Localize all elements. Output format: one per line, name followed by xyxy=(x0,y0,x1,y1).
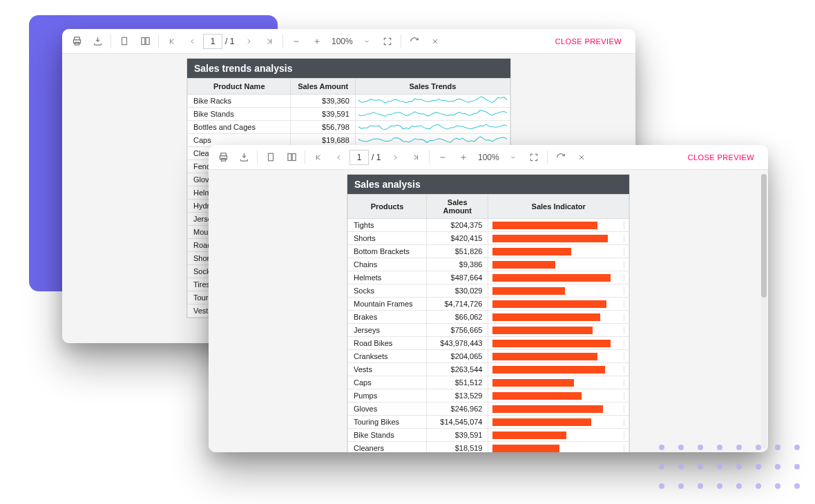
cell-sparkline xyxy=(355,121,510,134)
cell-product: Road Bikes xyxy=(348,337,427,350)
print-icon[interactable] xyxy=(213,147,233,168)
cell-amount: $43,978,443 xyxy=(426,337,488,350)
table-row: Tights$204,375 xyxy=(348,219,629,232)
zoom-in-icon[interactable] xyxy=(453,147,474,168)
close-preview-button[interactable]: CLOSE PREVIEW xyxy=(546,37,631,46)
table-row: Shorts$420,415 xyxy=(348,232,629,245)
page-total-label: / 1 xyxy=(372,153,381,162)
export-icon[interactable] xyxy=(233,147,254,168)
col-header-amount: Sales Amount xyxy=(426,195,488,219)
cell-product: Tights xyxy=(348,219,427,232)
cell-amount: $39,591 xyxy=(291,108,355,121)
table-row: Cranksets$204,065 xyxy=(348,350,629,363)
cell-amount: $51,512 xyxy=(426,376,488,389)
svg-rect-5 xyxy=(146,38,149,45)
page-number-input[interactable] xyxy=(349,150,369,165)
cell-product: Shorts xyxy=(348,232,427,245)
table-row: Cleaners$18,519 xyxy=(348,442,629,453)
cell-indicator-bar xyxy=(488,219,629,232)
svg-rect-3 xyxy=(122,37,127,45)
cell-product: Bike Racks xyxy=(188,95,291,108)
prev-page-icon[interactable] xyxy=(329,147,349,168)
next-page-icon[interactable] xyxy=(385,147,405,168)
table-row: Bike Stands$39,591 xyxy=(348,429,629,442)
table-row: Jerseys$756,665 xyxy=(348,324,629,337)
table-row: Vests$263,544 xyxy=(348,363,629,376)
table-row: Chains$9,386 xyxy=(348,258,629,271)
multi-page-icon[interactable] xyxy=(135,31,155,52)
scrollbar-thumb[interactable] xyxy=(761,174,767,298)
cell-sparkline xyxy=(355,108,510,121)
zoom-out-icon[interactable] xyxy=(432,147,453,168)
table-row: Bike Racks$39,360 xyxy=(188,95,510,108)
report-viewport: Sales analysis Products Sales Amount Sal… xyxy=(209,170,768,452)
zoom-value: 100% xyxy=(474,153,503,162)
cancel-icon[interactable] xyxy=(425,31,445,52)
page-number-input[interactable] xyxy=(203,34,222,49)
cell-indicator-bar xyxy=(488,337,629,350)
print-icon[interactable] xyxy=(66,31,87,52)
refresh-icon[interactable] xyxy=(404,31,425,52)
toolbar: / 1 100% CLOSE PREVIEW xyxy=(209,145,768,170)
cell-product: Helmets xyxy=(348,271,427,284)
single-page-icon[interactable] xyxy=(260,147,281,168)
cell-product: Gloves xyxy=(348,403,427,416)
col-header-amount: Sales Amount xyxy=(291,79,355,95)
last-page-icon[interactable] xyxy=(259,31,280,52)
table-row: Helmets$487,664 xyxy=(348,271,629,284)
close-preview-button[interactable]: CLOSE PREVIEW xyxy=(678,153,764,162)
page-total-label: / 1 xyxy=(225,37,234,46)
last-page-icon[interactable] xyxy=(405,147,426,168)
zoom-in-icon[interactable] xyxy=(307,31,327,52)
cell-indicator-bar xyxy=(488,429,629,442)
col-header-indicator: Sales Indicator xyxy=(488,195,629,219)
cell-product: Cranksets xyxy=(348,350,427,363)
fullscreen-icon[interactable] xyxy=(377,31,398,52)
cell-indicator-bar xyxy=(488,442,629,453)
first-page-icon[interactable] xyxy=(308,147,329,168)
cell-indicator-bar xyxy=(488,363,629,376)
cell-amount: $204,375 xyxy=(426,219,488,232)
cell-indicator-bar xyxy=(488,284,629,298)
next-page-icon[interactable] xyxy=(238,31,259,52)
table-row: Gloves$246,962 xyxy=(348,403,629,416)
cell-product: Chains xyxy=(348,258,427,271)
report-sales-analysis: Sales analysis Products Sales Amount Sal… xyxy=(347,174,630,452)
cell-amount: $66,062 xyxy=(426,311,488,324)
multi-page-icon[interactable] xyxy=(281,147,302,168)
zoom-dropdown-icon[interactable] xyxy=(503,147,524,168)
table-row: Mountain Frames$4,714,726 xyxy=(348,298,629,311)
refresh-icon[interactable] xyxy=(550,147,571,168)
cell-indicator-bar xyxy=(488,416,629,429)
zoom-dropdown-icon[interactable] xyxy=(356,31,377,52)
preview-window-2: / 1 100% CLOSE PREVIEW Sales analysis Pr… xyxy=(209,145,768,452)
cell-indicator-bar xyxy=(488,245,629,258)
decorative-dots xyxy=(659,445,801,490)
cell-product: Jerseys xyxy=(348,324,427,337)
cell-product: Vests xyxy=(348,363,427,376)
single-page-icon[interactable] xyxy=(114,31,135,52)
col-header-product: Product Name xyxy=(188,79,291,95)
cell-product: Pumps xyxy=(348,389,427,403)
first-page-icon[interactable] xyxy=(162,31,182,52)
table-row: Road Bikes$43,978,443 xyxy=(348,337,629,350)
prev-page-icon[interactable] xyxy=(182,31,203,52)
svg-rect-10 xyxy=(287,154,291,161)
export-icon[interactable] xyxy=(87,31,108,52)
cell-product: Bottom Brackets xyxy=(348,245,427,258)
zoom-value: 100% xyxy=(327,37,356,46)
cell-indicator-bar xyxy=(488,311,629,324)
svg-rect-9 xyxy=(269,153,274,161)
cell-indicator-bar xyxy=(488,258,629,271)
cancel-icon[interactable] xyxy=(571,147,592,168)
fullscreen-icon[interactable] xyxy=(524,147,544,168)
cell-amount: $263,544 xyxy=(426,363,488,376)
table-row: Bottles and Cages$56,798 xyxy=(188,121,510,134)
cell-amount: $56,798 xyxy=(291,121,355,134)
cell-amount: $756,665 xyxy=(426,324,488,337)
vertical-scrollbar[interactable] xyxy=(761,174,767,448)
cell-product: Bike Stands xyxy=(188,108,291,121)
cell-product: Cleaners xyxy=(348,442,427,453)
zoom-out-icon[interactable] xyxy=(286,31,307,52)
table-row: Caps$51,512 xyxy=(348,376,629,389)
